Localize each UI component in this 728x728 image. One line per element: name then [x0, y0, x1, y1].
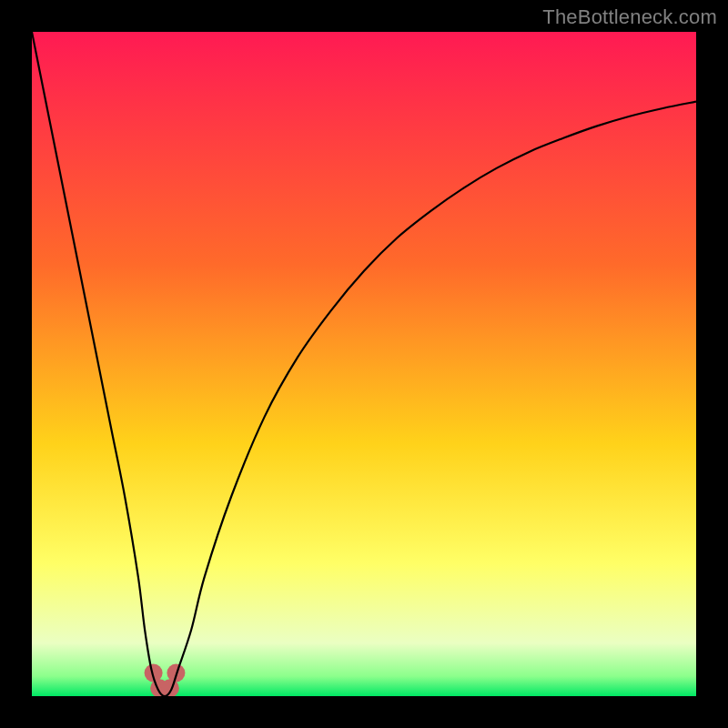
- curve-layer: [32, 32, 696, 696]
- watermark-text: TheBottleneck.com: [542, 5, 717, 29]
- bottleneck-curve: [32, 32, 696, 696]
- plot-area: [32, 32, 696, 696]
- chart-frame: TheBottleneck.com: [0, 0, 728, 728]
